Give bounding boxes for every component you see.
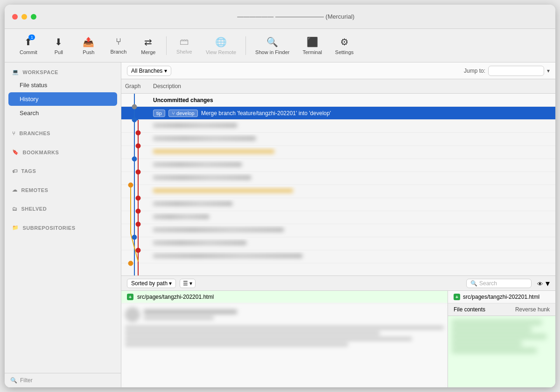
selected-desc: tip develop Merge branch 'feature/tangzh… xyxy=(149,108,555,119)
content-area: All Branches ▾ Jump to: ▾ Graph Descript… xyxy=(121,62,555,387)
list-view-button[interactable]: ☰ ▾ xyxy=(180,279,196,288)
window-title: —————— ———————— (Mercurial) xyxy=(44,13,548,20)
branch-icon: ⑂ xyxy=(116,36,121,47)
shelve-icon: 🗃 xyxy=(180,36,189,47)
bottom-panel: Sorted by path ▾ ☰ ▾ 🔍 Search 👁 ▾ xyxy=(121,275,555,387)
sort-chevron-icon: ▾ xyxy=(169,280,172,287)
filter-icon: 🔍 xyxy=(10,377,17,384)
main-area: 💻 WORKSPACE File status History Search ⑂… xyxy=(5,62,555,387)
merge-button[interactable]: ⇄ Merge xyxy=(134,33,162,59)
eye-chevron-icon: ▾ xyxy=(546,279,550,288)
bookmarks-header: 🔖 BOOKMARKS xyxy=(5,146,121,158)
eye-icon: 👁 xyxy=(537,281,543,288)
table-row[interactable] xyxy=(121,250,555,263)
sort-by-path-button[interactable]: Sorted by path ▾ xyxy=(127,279,176,288)
minimize-button[interactable] xyxy=(21,14,27,20)
commit-label: Commit xyxy=(20,49,37,55)
graph-column-header: Graph xyxy=(121,81,149,91)
table-row[interactable] xyxy=(121,224,555,237)
develop-tag: develop xyxy=(168,110,198,117)
terminal-button[interactable]: ⬛ Terminal xyxy=(297,33,328,59)
eye-button[interactable]: 👁 ▾ xyxy=(537,278,550,289)
search-icon: 🔍 xyxy=(470,280,477,287)
finder-icon: 🔍 xyxy=(266,36,278,48)
shelved-section: 🗂 SHELVED xyxy=(5,199,121,218)
sidebar-item-file-status[interactable]: File status xyxy=(8,78,117,92)
history-area: Graph Description xyxy=(121,79,555,275)
file-right-name: src/pages/tangzhi-202201.html xyxy=(463,294,539,300)
sidebar-item-history[interactable]: History xyxy=(8,92,117,106)
history-list: Uncommitted changes tip develop Merge br… xyxy=(121,94,555,275)
branch-label: Branch xyxy=(110,49,126,55)
reverse-hunk-button[interactable]: Reverse hunk xyxy=(515,306,550,313)
maximize-button[interactable] xyxy=(31,14,36,20)
traffic-lights xyxy=(12,14,36,20)
table-row[interactable] xyxy=(121,133,555,146)
settings-button[interactable]: ⚙ Settings xyxy=(329,33,359,59)
jump-to-input[interactable] xyxy=(488,66,544,76)
bottom-files: + src/pages/tangzhi-202201.html xyxy=(121,291,555,387)
sidebar: 💻 WORKSPACE File status History Search ⑂… xyxy=(5,62,121,387)
titlebar: —————— ———————— (Mercurial) xyxy=(5,5,555,29)
files-search-box[interactable]: 🔍 Search xyxy=(466,279,532,288)
uncommitted-desc: Uncommitted changes xyxy=(149,95,555,105)
view-remote-button[interactable]: 🌐 View Remote xyxy=(200,33,242,59)
table-row[interactable] xyxy=(121,185,555,198)
view-remote-icon: 🌐 xyxy=(215,36,227,48)
table-row[interactable] xyxy=(121,159,555,172)
bookmarks-section: 🔖 BOOKMARKS xyxy=(5,143,121,162)
history-header: Graph Description xyxy=(121,79,555,94)
table-row[interactable] xyxy=(121,146,555,159)
diff-blurred xyxy=(448,316,555,358)
sidebar-item-search[interactable]: Search xyxy=(8,106,117,120)
table-row[interactable] xyxy=(121,211,555,224)
file-added-icon: + xyxy=(127,294,133,300)
diff-preview xyxy=(121,303,448,387)
table-row[interactable] xyxy=(121,237,555,250)
subrepositories-header: 📁 SUBREPOSITORIES xyxy=(5,222,121,234)
terminal-label: Terminal xyxy=(302,49,322,55)
toolbar-separator-2 xyxy=(245,36,246,55)
files-left-panel: + src/pages/tangzhi-202201.html xyxy=(121,291,448,387)
file-item[interactable]: + src/pages/tangzhi-202201.html xyxy=(121,291,448,303)
subrepositories-section: 📁 SUBREPOSITORIES xyxy=(5,218,121,237)
table-row[interactable] xyxy=(121,120,555,133)
branches-header: ⑂ BRANCHES xyxy=(5,128,121,139)
table-row[interactable] xyxy=(121,198,555,211)
main-window: —————— ———————— (Mercurial) ⬆ 1 Commit ⬇… xyxy=(5,5,555,387)
finder-label: Show in Finder xyxy=(255,49,289,55)
merge-label: Merge xyxy=(141,49,155,55)
toolbar: ⬆ 1 Commit ⬇ Pull 📤 Push ⑂ Branch ⇄ Merg… xyxy=(5,29,555,62)
close-button[interactable] xyxy=(12,14,18,20)
list-chevron-icon: ▾ xyxy=(189,280,192,287)
history-row-uncommitted[interactable]: Uncommitted changes xyxy=(121,94,555,107)
files-right-panel: + src/pages/tangzhi-202201.html File con… xyxy=(448,291,555,387)
toolbar-separator-1 xyxy=(166,36,167,55)
settings-label: Settings xyxy=(335,49,354,55)
terminal-icon: ⬛ xyxy=(307,36,318,48)
history-row-selected[interactable]: tip develop Merge branch 'feature/tangzh… xyxy=(121,107,555,120)
shelve-button[interactable]: 🗃 Shelve xyxy=(170,33,198,58)
branches-section: ⑂ BRANCHES xyxy=(5,124,121,143)
tags-header: 🏷 TAGS xyxy=(5,165,121,177)
remotes-header: ☁ REMOTES xyxy=(5,184,121,196)
view-remote-label: View Remote xyxy=(206,49,236,55)
commit-icon: ⬆ 1 xyxy=(24,36,32,48)
pull-icon: ⬇ xyxy=(55,36,63,48)
merge-icon: ⇄ xyxy=(144,36,152,48)
branch-button[interactable]: ⑂ Branch xyxy=(105,33,133,58)
file-preview-header: File contents Reverse hunk xyxy=(448,303,555,316)
pull-button[interactable]: ⬇ Pull xyxy=(45,33,73,59)
show-in-finder-button[interactable]: 🔍 Show in Finder xyxy=(250,33,295,59)
push-label: Push xyxy=(83,49,94,55)
sidebar-filter: 🔍 Filter xyxy=(5,373,121,387)
workspace-header: 💻 WORKSPACE xyxy=(5,66,121,78)
remotes-section: ☁ REMOTES xyxy=(5,180,121,199)
workspace-section: 💻 WORKSPACE File status History Search xyxy=(5,62,121,124)
commit-button[interactable]: ⬆ 1 Commit xyxy=(14,33,43,59)
file-right-added-icon: + xyxy=(454,294,460,300)
push-button[interactable]: 📤 Push xyxy=(75,33,103,59)
jump-to: Jump to: ▾ xyxy=(464,66,550,76)
branch-select[interactable]: All Branches ▾ xyxy=(127,66,171,76)
table-row[interactable] xyxy=(121,172,555,185)
